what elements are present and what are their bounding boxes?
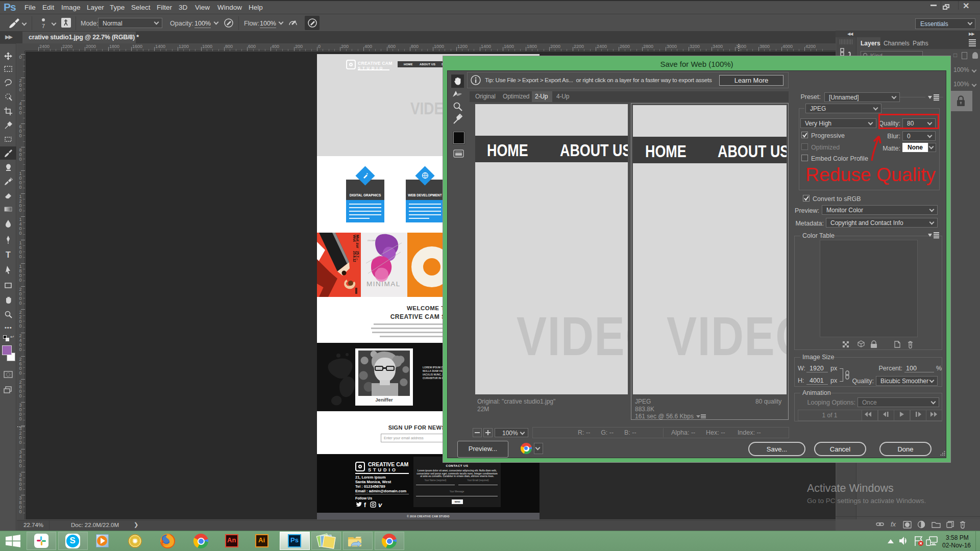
svg-text:f: f — [364, 502, 366, 509]
svg-text:T: T — [6, 251, 11, 259]
svg-text:fx: fx — [891, 520, 896, 528]
svg-text:v: v — [378, 502, 382, 509]
